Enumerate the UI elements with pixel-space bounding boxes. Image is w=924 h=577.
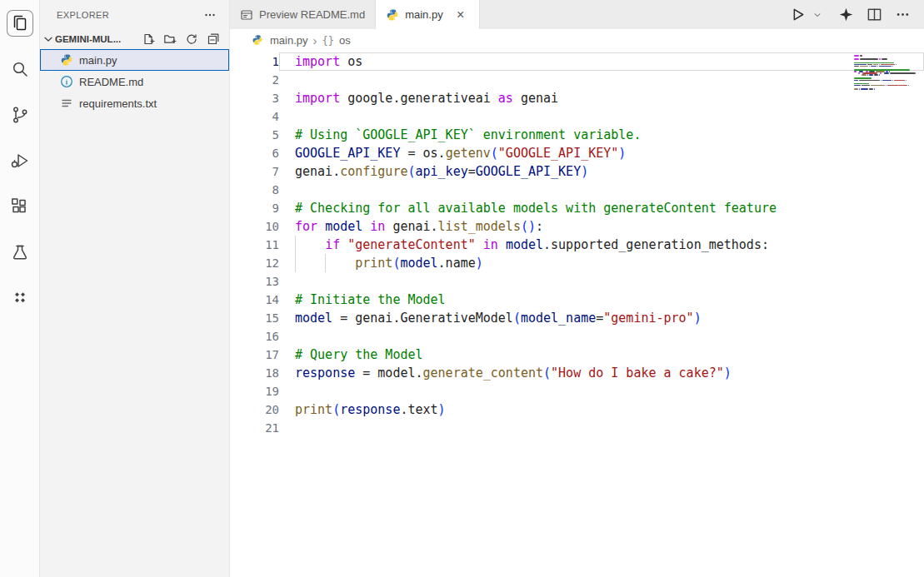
code-line[interactable]: 5# Using `GOOGLE_API_KEY` environment va…	[230, 126, 924, 144]
code-token: configure	[340, 164, 407, 179]
line-number[interactable]: 6	[230, 144, 279, 162]
activity-item-search[interactable]	[0, 46, 39, 92]
line-number[interactable]: 10	[230, 217, 279, 236]
code-line[interactable]: 10for model in genai.list_models():	[230, 217, 924, 236]
code-token: (	[332, 402, 340, 417]
code-token: print	[355, 256, 392, 271]
code-token: GOOGLE_API_KEY	[476, 164, 581, 179]
line-text: import google.generativeai as genai	[279, 89, 924, 107]
code-token: = os.	[400, 146, 445, 161]
code-token: (	[513, 311, 521, 326]
minimap[interactable]	[851, 53, 922, 93]
code-token	[498, 237, 506, 252]
file-item-readme-md[interactable]: README.md	[40, 71, 229, 92]
code-token: "How do I bake a cake?"	[551, 366, 724, 381]
line-number[interactable]: 12	[230, 254, 279, 272]
code-line[interactable]: 4	[230, 107, 924, 126]
line-number[interactable]: 2	[230, 71, 279, 89]
code-line[interactable]: 17# Query the Model	[230, 346, 924, 364]
line-number[interactable]: 19	[230, 382, 279, 400]
line-text: # Using `GOOGLE_API_KEY` environment var…	[279, 126, 924, 144]
code-token: genai.	[385, 219, 437, 234]
breadcrumb-symbol[interactable]: os	[339, 34, 351, 47]
line-text: if "generateContent" in model.supported_…	[279, 236, 924, 254]
code-line[interactable]: 11 if "generateContent" in model.support…	[230, 236, 924, 254]
line-number[interactable]: 13	[230, 272, 279, 291]
code-token	[476, 237, 483, 252]
folder-section-header[interactable]: GEMINI-MUL...	[40, 29, 229, 49]
explorer-more-actions-button[interactable]	[201, 6, 219, 24]
close-tab-button[interactable]: ×	[452, 7, 469, 23]
code-token: "generateContent"	[347, 237, 476, 252]
run-icon	[790, 7, 806, 22]
refresh-explorer-button[interactable]	[182, 30, 201, 48]
explorer-icon	[7, 11, 32, 36]
code-line[interactable]: 13	[230, 272, 924, 291]
line-number[interactable]: 8	[230, 181, 279, 199]
line-number[interactable]: 17	[230, 346, 279, 364]
line-number[interactable]: 20	[230, 400, 279, 419]
code-line[interactable]: 16	[230, 327, 924, 346]
search-icon	[7, 57, 32, 82]
activity-item-run-and-debug[interactable]	[0, 137, 39, 183]
line-number[interactable]: 14	[230, 291, 279, 309]
code-line[interactable]: 20print(response.text)	[230, 400, 924, 419]
tab-label: Preview README.md	[259, 8, 365, 21]
line-number[interactable]: 16	[230, 327, 279, 346]
code-editor[interactable]: 1import os23import google.generativeai a…	[230, 52, 924, 577]
code-line[interactable]: 3import google.generativeai as genai	[230, 89, 924, 107]
line-number[interactable]: 1	[230, 52, 279, 71]
code-line[interactable]: 18response = model.generate_content("How…	[230, 364, 924, 382]
activity-item-extensions[interactable]	[0, 183, 39, 229]
code-token: = genai.GenerativeModel	[332, 311, 513, 326]
run-python-file-button[interactable]	[787, 5, 807, 25]
code-token: :	[536, 219, 543, 234]
code-line[interactable]: 19	[230, 382, 924, 400]
code-line[interactable]: 14# Initiate the Model	[230, 291, 924, 309]
tab-main-py[interactable]: main.py×	[376, 0, 480, 29]
code-token: =	[468, 164, 476, 179]
activity-item-explorer[interactable]	[0, 0, 39, 46]
line-number[interactable]: 4	[230, 107, 279, 126]
activity-item-gemini-extension[interactable]	[0, 275, 39, 321]
code-line[interactable]: 21	[230, 419, 924, 437]
line-text: model = genai.GenerativeModel(model_name…	[279, 309, 924, 327]
code-line[interactable]: 12 print(model.name)	[230, 254, 924, 272]
code-line[interactable]: 6GOOGLE_API_KEY = os.getenv("GOOGLE_API_…	[230, 144, 924, 162]
activity-item-testing[interactable]	[0, 229, 39, 275]
line-number[interactable]: 3	[230, 89, 279, 107]
line-number[interactable]: 11	[230, 236, 279, 254]
line-number[interactable]: 7	[230, 162, 279, 181]
collapse-folders-button[interactable]	[204, 30, 222, 48]
new-file-button[interactable]	[139, 30, 157, 48]
run-dropdown-button[interactable]	[807, 5, 827, 25]
line-text: response = model.generate_content("How d…	[279, 364, 924, 382]
line-number[interactable]: 5	[230, 126, 279, 144]
line-number[interactable]: 21	[230, 419, 279, 437]
sparkle-action-button[interactable]	[836, 5, 856, 25]
file-item-main-py[interactable]: main.py	[40, 49, 229, 71]
code-token: generate_content	[423, 366, 544, 381]
code-line[interactable]: 15model = genai.GenerativeModel(model_na…	[230, 309, 924, 327]
code-line[interactable]: 1import os	[230, 52, 924, 71]
tree-actions	[139, 30, 222, 48]
code-line[interactable]: 8	[230, 181, 924, 199]
code-line[interactable]: 9# Checking for all available models wit…	[230, 199, 924, 217]
breadcrumb-file[interactable]: main.py	[270, 34, 308, 47]
split-editor-button[interactable]	[864, 5, 884, 25]
code-token: .supported_generation_methods:	[543, 237, 769, 252]
symbol-badge-icon: {}	[322, 35, 334, 47]
code-token: (	[491, 146, 498, 161]
line-text: print(model.name)	[279, 254, 924, 272]
line-number[interactable]: 18	[230, 364, 279, 382]
new-folder-button[interactable]	[161, 30, 179, 48]
file-item-requirements-txt[interactable]: requirements.txt	[40, 92, 229, 114]
tab-preview-readme-md[interactable]: Preview README.md	[230, 0, 376, 29]
line-number[interactable]: 15	[230, 309, 279, 327]
activity-item-source-control[interactable]	[0, 92, 39, 137]
code-line[interactable]: 2	[230, 71, 924, 89]
line-number[interactable]: 9	[230, 199, 279, 217]
code-line[interactable]: 7genai.configure(api_key=GOOGLE_API_KEY)	[230, 162, 924, 181]
more-editor-actions-button[interactable]	[892, 5, 912, 25]
tab-label: main.py	[405, 8, 443, 21]
